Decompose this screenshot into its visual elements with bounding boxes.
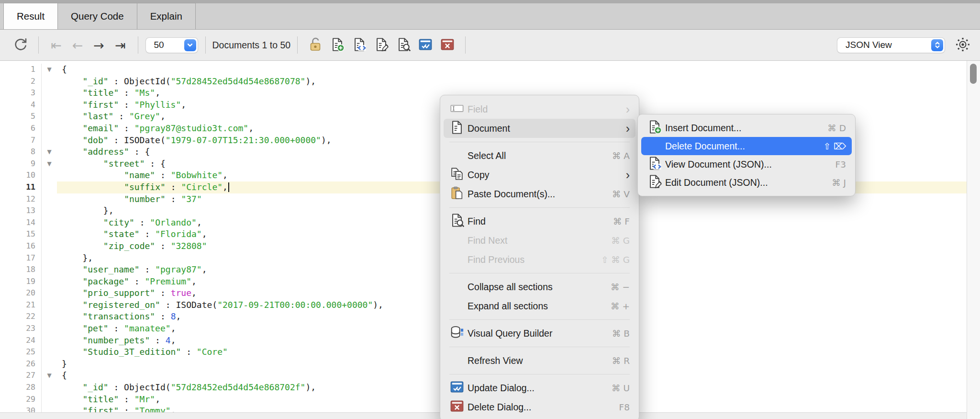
line-number: 5 [0, 111, 42, 123]
menu-item-select-all[interactable]: Select All⌘ A [444, 146, 635, 165]
fold-toggle-icon[interactable]: ▼ [42, 158, 57, 170]
submenu-item-edit-document-json[interactable]: Edit Document (JSON)...⌘ J [641, 173, 852, 192]
page-size-select[interactable]: 50 [146, 38, 198, 53]
view-document-json-button[interactable] [351, 37, 368, 53]
line-number: 12 [0, 193, 42, 205]
menu-item-field: Field› [444, 100, 635, 119]
copy-icon [450, 167, 464, 183]
prev-page-button[interactable]: ← [72, 39, 83, 52]
unlocked-padlock-icon [308, 37, 323, 54]
vertical-scrollbar[interactable] [967, 61, 980, 419]
documents-range-label: Documents 1 to 50 [212, 40, 291, 51]
insert-document-icon [644, 120, 665, 136]
edit-document-json-button[interactable] [373, 37, 390, 53]
menu-item-paste-document-s[interactable]: Paste Document(s)...⌘ V [444, 184, 635, 204]
paste-icon [446, 186, 468, 203]
submenu-item-delete-document[interactable]: Delete Document...⇧ ⌦ [641, 137, 852, 155]
menu-item-label: Find [468, 216, 604, 227]
menu-shortcut: ⇧ ⌘ G [601, 255, 630, 265]
edit-document-json-icon [644, 174, 665, 191]
menu-item-find[interactable]: Find⌘ F [444, 212, 635, 231]
tab-explain[interactable]: Explain [137, 3, 196, 29]
gear-icon [955, 36, 971, 55]
line-number: 1 [0, 64, 42, 76]
line-number: 8 [0, 146, 42, 158]
line-number: 17 [0, 252, 42, 264]
update-dialog-button[interactable] [417, 37, 434, 53]
code-line: 1▼{ [0, 64, 967, 76]
context-menu: Field›Document›Select All⌘ ACopy›Paste D… [440, 95, 639, 419]
menu-item-document[interactable]: Document› [444, 119, 635, 138]
menu-item-update-dialog[interactable]: Update Dialog...⌘ U [444, 378, 635, 397]
last-page-button[interactable]: ⇥ [115, 39, 126, 52]
menu-item-delete-dialog[interactable]: Delete Dialog...F8 [444, 397, 635, 417]
fold-gutter [42, 264, 57, 276]
fold-gutter [42, 228, 57, 240]
line-number: 2 [0, 76, 42, 88]
find-button[interactable] [395, 37, 412, 53]
view-mode-select[interactable]: JSON View [837, 38, 945, 53]
settings-gear-icon[interactable] [954, 36, 971, 54]
fold-gutter [42, 287, 57, 299]
document-submenu: Insert Document...⌘ DDelete Document...⇧… [637, 114, 856, 196]
menu-separator [449, 319, 630, 320]
insert-document-icon [330, 37, 345, 53]
insert-document-button[interactable] [329, 37, 345, 53]
line-number: 9 [0, 158, 42, 170]
menu-separator [449, 273, 630, 273]
menu-item-label: Field [468, 104, 619, 115]
menu-shortcut: ⌘ J [832, 178, 846, 188]
fold-toggle-icon[interactable]: ▼ [42, 64, 57, 76]
menu-item-copy[interactable]: Copy› [444, 165, 635, 184]
submenu-arrow-icon: › [626, 169, 630, 181]
menu-item-refresh-view[interactable]: Refresh View⌘ R [444, 351, 635, 370]
line-number: 27 [0, 370, 42, 382]
menu-item-find-next: Find Next⌘ G [444, 231, 635, 250]
tab-query-code[interactable]: Query Code [57, 3, 137, 29]
delete-dialog-button[interactable] [439, 37, 456, 53]
fold-gutter [42, 358, 57, 370]
submenu-item-view-document-json[interactable]: View Document (JSON)...F3 [641, 155, 852, 173]
menu-shortcut: ⇧ ⌦ [823, 141, 846, 151]
line-number: 3 [0, 87, 42, 99]
menu-item-visual-query-builder[interactable]: Visual Query Builder⌘ B [444, 324, 635, 343]
studio3t-result-panel: ResultQuery CodeExplain ⇤ ← → ⇥ 50 Docum… [0, 0, 980, 419]
insert-document-icon [647, 120, 662, 136]
fold-toggle-icon[interactable]: ▼ [42, 146, 57, 158]
vertical-scrollbar-thumb[interactable] [970, 64, 977, 84]
line-number: 29 [0, 394, 42, 406]
line-number: 19 [0, 276, 42, 288]
line-number: 23 [0, 323, 42, 335]
fold-gutter [42, 405, 57, 413]
fold-gutter [42, 346, 57, 358]
fold-gutter [42, 217, 57, 229]
fold-gutter [42, 135, 57, 147]
menu-item-collapse-all-sections[interactable]: Collapse all sections⌘ − [444, 277, 635, 296]
tab-result[interactable]: Result [3, 3, 58, 29]
toolbar: ⇤ ← → ⇥ 50 Documents 1 to 50 JSON View [0, 30, 980, 61]
code-text: { [57, 64, 967, 76]
menu-shortcut: F3 [835, 159, 846, 170]
fold-gutter [42, 323, 57, 335]
menu-separator [449, 142, 630, 142]
text-caret [228, 182, 229, 192]
menu-shortcut: ⌘ U [612, 383, 630, 393]
fold-toggle-icon[interactable]: ▼ [42, 370, 57, 382]
submenu-item-insert-document[interactable]: Insert Document...⌘ D [641, 119, 852, 137]
refresh-button[interactable] [12, 37, 29, 53]
fold-gutter [42, 87, 57, 99]
update-dialog-icon [450, 380, 464, 396]
menu-item-expand-all-sections[interactable]: Expand all sections⌘ + [444, 296, 635, 316]
toolbar-separator [138, 36, 138, 54]
fold-gutter [42, 335, 57, 347]
menu-shortcut: F8 [619, 402, 630, 412]
first-page-button[interactable]: ⇤ [51, 39, 62, 52]
copy-icon [446, 167, 468, 183]
fold-gutter [42, 123, 57, 135]
visual-query-builder-icon [446, 325, 468, 342]
fold-gutter [42, 240, 57, 252]
menu-item-label: Refresh View [468, 355, 603, 366]
unlock-results-button[interactable] [307, 37, 323, 53]
view-document-json-icon [352, 37, 367, 53]
next-page-button[interactable]: → [93, 39, 104, 52]
